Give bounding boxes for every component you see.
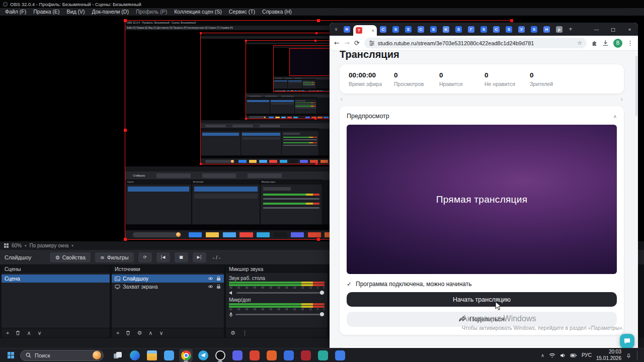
forward-button[interactable]: → <box>344 39 350 47</box>
carousel-next-button[interactable]: › <box>620 95 623 103</box>
wifi-icon[interactable] <box>549 353 555 358</box>
transform-handle[interactable] <box>510 19 513 22</box>
obs-menu-item[interactable]: Справка (H) <box>259 8 295 16</box>
browser-tab[interactable]: C <box>490 23 503 36</box>
tab-search-icon[interactable]: ∨ <box>332 27 341 32</box>
browser-tab[interactable]: C <box>377 23 389 36</box>
source-list-item[interactable]: Захват экрана <box>112 283 224 291</box>
browser-tab[interactable]: S <box>477 23 490 36</box>
source-properties-button[interactable]: ⚙ <box>137 330 142 336</box>
filters-button[interactable]: ≋ Фильтры <box>95 252 134 262</box>
back-button[interactable]: ← <box>334 39 340 47</box>
obs-menu-item[interactable]: Правка (E) <box>30 8 63 16</box>
add-source-button[interactable]: + <box>116 330 119 336</box>
trash-icon[interactable] <box>16 330 20 335</box>
source-list-item[interactable]: Слайдшоу <box>112 275 224 283</box>
downloads-icon[interactable] <box>602 40 609 46</box>
notifications-bell-icon[interactable] <box>626 352 631 358</box>
collapse-chevron-icon[interactable]: ∧ <box>613 114 617 119</box>
taskbar-app-discord[interactable] <box>230 349 244 362</box>
site-info-icon[interactable] <box>369 40 375 46</box>
trash-icon[interactable] <box>126 330 130 335</box>
browser-tab[interactable]: H <box>540 23 553 36</box>
close-button[interactable]: × <box>621 23 638 36</box>
taskbar-app-chrome[interactable] <box>179 349 193 362</box>
taskbar-app-app-red[interactable] <box>248 349 261 362</box>
taskbar-search[interactable]: Поиск <box>20 350 104 361</box>
keyboard-language[interactable]: РУС <box>582 352 592 358</box>
mixer-menu-button[interactable]: ⋮ <box>242 330 248 336</box>
chat-widget-button[interactable] <box>620 334 634 348</box>
share-button[interactable]: Поделиться <box>347 312 617 327</box>
reload-button[interactable]: ⟳ <box>354 39 360 47</box>
volume-icon[interactable] <box>560 353 566 358</box>
taskbar-app-app-arrow[interactable] <box>333 349 347 362</box>
transform-handle[interactable] <box>124 238 127 241</box>
move-down-button[interactable]: ∨ <box>38 330 42 336</box>
taskbar-app-edge[interactable] <box>128 349 141 362</box>
eye-icon[interactable] <box>208 277 213 281</box>
obs-menu-item[interactable]: Профиль (P) <box>132 8 171 16</box>
browser-tab[interactable]: S <box>503 23 515 36</box>
mixer-settings-button[interactable]: ⚙ <box>230 330 235 336</box>
hidden-icons-chevron[interactable]: ∧ <box>541 353 544 358</box>
search-highlight-icon[interactable] <box>93 351 101 359</box>
taskbar-app-app-orange[interactable] <box>265 349 278 362</box>
obs-menu-item[interactable]: Сервис (T) <box>225 8 259 16</box>
taskbar-app-store[interactable] <box>162 349 176 362</box>
browser-tab[interactable]: Г <box>465 23 477 36</box>
fit-to-window[interactable]: По размеру окна <box>30 243 69 248</box>
move-down-button[interactable]: ∨ <box>159 330 163 336</box>
browser-tab-active[interactable]: T× <box>353 25 377 36</box>
transform-handle[interactable] <box>317 238 320 241</box>
obs-menu-item[interactable]: Файл (F) <box>2 8 30 16</box>
taskbar-app-app-blue[interactable] <box>282 349 295 362</box>
volume-slider[interactable] <box>235 314 325 315</box>
browser-tab[interactable]: S <box>389 23 402 36</box>
scrollbar[interactable] <box>635 56 637 116</box>
clock[interactable]: 20:03 15.01.2026 <box>596 349 621 361</box>
browser-tab[interactable]: У <box>515 23 528 36</box>
obs-menu-item[interactable]: Коллекция сцен (S) <box>171 8 225 16</box>
zoom-value[interactable]: 60% <box>12 243 22 248</box>
battery-icon[interactable] <box>570 353 577 357</box>
volume-slider[interactable] <box>236 292 325 294</box>
move-up-button[interactable]: ∧ <box>148 330 152 336</box>
previous-slide-button[interactable]: |◀ <box>156 252 170 262</box>
transform-handle[interactable] <box>317 19 320 22</box>
browser-tab[interactable]: p <box>553 23 566 36</box>
taskbar-app-app-teal[interactable] <box>316 349 330 362</box>
start-stream-button[interactable]: Начать трансляцию <box>347 292 617 307</box>
taskbar-app-app-maroon[interactable] <box>299 349 312 362</box>
show-desktop-button[interactable] <box>637 350 639 360</box>
microphone-icon[interactable] <box>229 312 233 317</box>
browser-tab[interactable]: S <box>427 23 440 36</box>
extensions-icon[interactable] <box>591 40 598 46</box>
tab-close-button[interactable]: × <box>372 28 374 33</box>
scene-list-item[interactable]: Сцена <box>2 275 110 283</box>
obs-menu-item[interactable]: Док-панели (D) <box>88 8 132 16</box>
browser-tab[interactable]: S <box>402 23 415 36</box>
next-slide-button[interactable]: ▶| <box>193 252 206 262</box>
transform-handle[interactable] <box>124 129 127 132</box>
browser-tab[interactable]: R <box>341 23 353 36</box>
browser-tab[interactable]: S <box>528 23 540 36</box>
maximize-button[interactable]: □ <box>605 23 621 36</box>
profile-avatar[interactable]: B <box>613 39 622 48</box>
taskbar-app-explorer[interactable] <box>145 349 158 362</box>
start-button[interactable] <box>4 349 17 361</box>
address-bar[interactable]: studio.rutube.ru/stream/3e703e5312080c42… <box>364 38 587 48</box>
transform-handle[interactable] <box>124 19 127 22</box>
browser-menu-button[interactable]: ⋮ <box>627 39 633 47</box>
taskbar-app-telegram[interactable] <box>196 349 210 362</box>
minimize-button[interactable]: — <box>588 23 605 36</box>
browser-tab[interactable]: C <box>415 23 427 36</box>
obs-menu-item[interactable]: Вид (V) <box>63 8 89 16</box>
lock-icon[interactable] <box>216 276 221 281</box>
lock-icon[interactable] <box>216 284 221 289</box>
speaker-icon[interactable] <box>229 291 234 295</box>
browser-tab[interactable]: K <box>440 23 452 36</box>
browser-tab[interactable]: S <box>452 23 465 36</box>
bookmark-star-icon[interactable]: ☆ <box>577 40 582 46</box>
properties-button[interactable]: ⚙ Свойства <box>50 252 91 262</box>
